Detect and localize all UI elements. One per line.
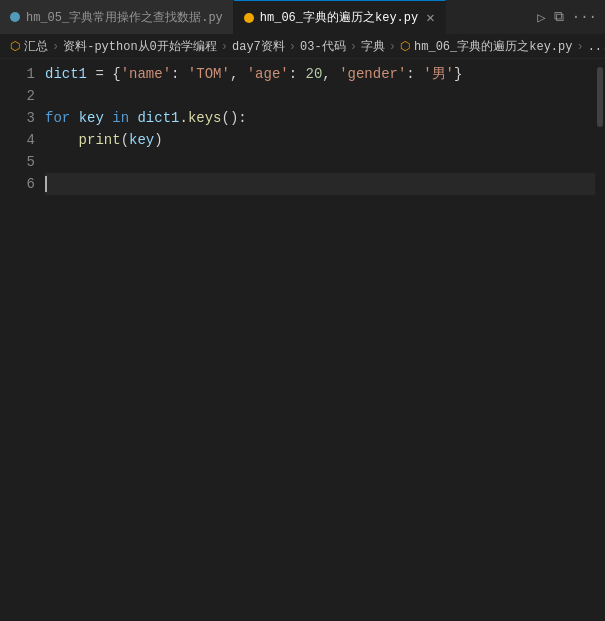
cursor: [45, 176, 47, 192]
token-20: 20: [306, 63, 323, 85]
breadcrumb-sep-1: ›: [52, 40, 59, 54]
token-indent: [45, 129, 79, 151]
breadcrumb-part-4: 03-代码: [300, 38, 346, 55]
code-line-6: [45, 173, 595, 195]
token-key-arg: key: [129, 129, 154, 151]
breadcrumb-file-icon: ⬡: [10, 39, 20, 54]
editor: 1 2 3 4 5 6 dict1 = { 'name' : 'TOM' , '…: [0, 59, 605, 621]
breadcrumb-sep-5: ›: [389, 40, 396, 54]
breadcrumb: ⬡ 汇总 › 资料-python从0开始学编程 › day7资料 › 03-代码…: [0, 35, 605, 59]
line-number-4: 4: [0, 129, 35, 151]
token-comma2: ,: [322, 63, 339, 85]
token-space2: [104, 107, 112, 129]
token-dict1-ref: dict1: [137, 107, 179, 129]
code-area[interactable]: dict1 = { 'name' : 'TOM' , 'age' : 20 , …: [45, 63, 595, 621]
tab-label-hm06: hm_06_字典的遍历之key.py: [260, 9, 418, 26]
tab-bar: hm_05_字典常用操作之查找数据.py hm_06_字典的遍历之key.py …: [0, 0, 605, 35]
line-number-2: 2: [0, 85, 35, 107]
breadcrumb-part-2: 资料-python从0开始学编程: [63, 38, 217, 55]
code-line-5: [45, 151, 595, 173]
line-number-6: 6: [0, 173, 35, 195]
tab-icon-orange: [244, 13, 254, 23]
token-open-paren: (: [121, 129, 129, 151]
tab-label-hm05: hm_05_字典常用操作之查找数据.py: [26, 9, 223, 26]
token-comma1: ,: [230, 63, 247, 85]
token-key: key: [79, 107, 104, 129]
tab-hm06[interactable]: hm_06_字典的遍历之key.py ✕: [234, 0, 446, 35]
token-eq: = {: [87, 63, 121, 85]
token-name-key: 'name': [121, 63, 171, 85]
token-print: print: [79, 129, 121, 151]
tab-hm05[interactable]: hm_05_字典常用操作之查找数据.py: [0, 0, 234, 35]
token-in: in: [112, 107, 129, 129]
token-gender-key: 'gender': [339, 63, 406, 85]
token-for: for: [45, 107, 70, 129]
breadcrumb-part-1: 汇总: [24, 38, 48, 55]
token-colon1: :: [171, 63, 188, 85]
breadcrumb-sep-3: ›: [289, 40, 296, 54]
tab-close-button[interactable]: ✕: [426, 11, 434, 25]
breadcrumb-part-5: 字典: [361, 38, 385, 55]
line-number-1: 1: [0, 63, 35, 85]
split-icon[interactable]: ⧉: [554, 9, 564, 25]
more-icon[interactable]: ···: [572, 9, 597, 25]
scrollbar-track[interactable]: [595, 63, 605, 621]
token-keys: .keys: [179, 107, 221, 129]
line-number-3: 3: [0, 107, 35, 129]
token-paren-colon: ():: [222, 107, 247, 129]
line-number-5: 5: [0, 151, 35, 173]
token-male: '男': [423, 63, 454, 85]
token-dict1: dict1: [45, 63, 87, 85]
code-line-3: for key in dict1 .keys ():: [45, 107, 595, 129]
code-line-2: [45, 85, 595, 107]
breadcrumb-sep-6: ›: [576, 40, 583, 54]
breadcrumb-file-icon-2: ⬡: [400, 39, 410, 54]
token-colon3: :: [406, 63, 423, 85]
run-icon[interactable]: ▷: [537, 9, 545, 26]
breadcrumb-sep-4: ›: [350, 40, 357, 54]
editor-actions: ▷ ⧉ ···: [529, 9, 605, 26]
code-line-4: print ( key ): [45, 129, 595, 151]
breadcrumb-part-7: ...: [588, 40, 605, 54]
breadcrumb-part-6: hm_06_字典的遍历之key.py: [414, 38, 572, 55]
breadcrumb-sep-2: ›: [221, 40, 228, 54]
token-space1: [70, 107, 78, 129]
token-space3: [129, 107, 137, 129]
token-close-brace: }: [454, 63, 462, 85]
scrollbar-thumb[interactable]: [597, 67, 603, 127]
token-colon2: :: [289, 63, 306, 85]
token-tom: 'TOM': [188, 63, 230, 85]
token-close-paren: ): [154, 129, 162, 151]
tab-icon-blue: [10, 12, 20, 22]
token-age-key: 'age': [247, 63, 289, 85]
breadcrumb-part-3: day7资料: [232, 38, 285, 55]
line-numbers: 1 2 3 4 5 6: [0, 63, 45, 621]
code-line-1: dict1 = { 'name' : 'TOM' , 'age' : 20 , …: [45, 63, 595, 85]
